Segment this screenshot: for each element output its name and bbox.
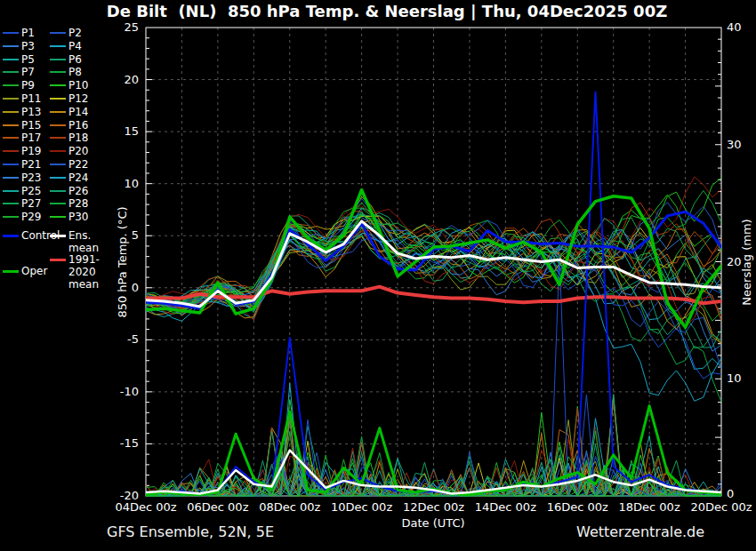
y-left-tick-label: -15: [120, 436, 139, 450]
y-left-tick-label: 15: [124, 124, 139, 138]
y-left-tick-label: -5: [127, 332, 139, 346]
y-left-tick-label: 10: [124, 177, 139, 190]
y-right-tick-label: 30: [727, 138, 742, 151]
x-tick-label: 04Dec 00z: [115, 500, 176, 514]
x-tick-label: 10Dec 00z: [331, 500, 392, 514]
y-left-tick-label: 20: [124, 73, 139, 86]
x-tick-label: 18Dec 00z: [619, 500, 680, 514]
x-tick-label: 12Dec 00z: [403, 500, 464, 514]
x-tick-label: 16Dec 00z: [547, 500, 608, 514]
y-left-tick-label: 25: [124, 20, 139, 34]
y-left-tick-label: -10: [120, 385, 139, 398]
y-right-tick-label: 40: [727, 20, 742, 34]
x-tick-label: 08Dec 00z: [259, 500, 320, 514]
x-tick-label: 20Dec 00z: [690, 500, 752, 514]
axis-ticks: [146, 38, 721, 486]
y-right-tick-label: 10: [727, 371, 742, 385]
x-tick-label: 14Dec 00z: [475, 500, 536, 514]
gridlines: [146, 28, 721, 496]
x-tick-label: 06Dec 00z: [187, 500, 248, 514]
y-right-tick-label: 0: [727, 487, 734, 500]
y-left-tick-label: 5: [132, 228, 139, 242]
y-left-tick-label: 0: [132, 281, 139, 294]
meteogram: De Bilt (NL) 850 hPa Temp. & Neerslag | …: [0, 0, 756, 551]
y-right-tick-label: 20: [727, 255, 742, 268]
ensemble-chart-svg: 2520151050-5-10-15-2001020304004Dec 00z0…: [0, 0, 756, 551]
